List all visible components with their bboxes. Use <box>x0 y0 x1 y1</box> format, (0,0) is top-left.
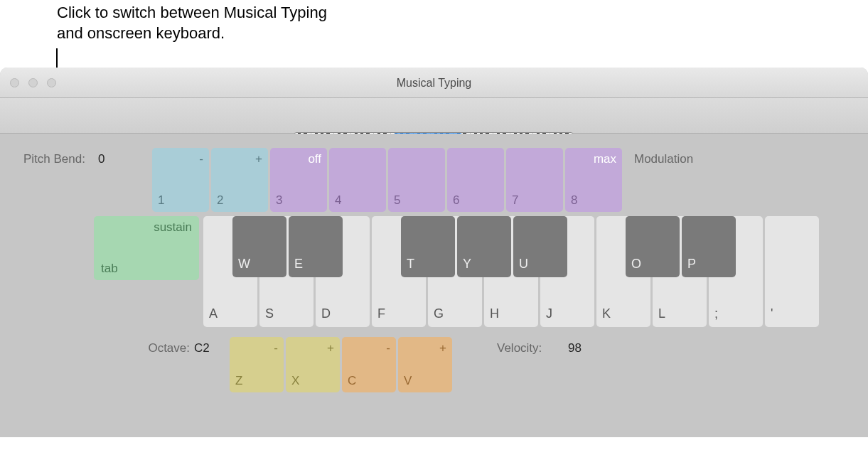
key-top-label: - <box>386 341 390 355</box>
pitch-bend-label: Pitch Bend: <box>23 148 98 166</box>
octave-velocity-row: Octave: C2 -Z+X-C+VVelocity: 98 <box>137 337 582 392</box>
number-key-8[interactable]: max8 <box>565 148 622 212</box>
black-key-y[interactable]: Y <box>457 216 511 277</box>
window-title: Musical Typing <box>0 68 868 98</box>
key-bottom-label: 7 <box>512 193 518 208</box>
modulation-label: Modulation <box>624 148 693 166</box>
black-key-t[interactable]: T <box>401 216 455 277</box>
key-bottom-label: 2 <box>217 193 223 208</box>
key-bottom-label: Z <box>235 374 242 388</box>
tab-label: tab <box>101 262 192 276</box>
zoom-window-button[interactable] <box>47 78 56 87</box>
pitch-bend-row: Pitch Bend: 0 -1+2off34567max8Modulation <box>23 148 693 212</box>
number-key-2[interactable]: +2 <box>211 148 268 212</box>
key-label: ; <box>714 306 718 321</box>
octave-value: C2 <box>194 337 230 355</box>
titlebar: Musical Typing <box>0 68 868 98</box>
key-label: U <box>519 257 528 272</box>
key-label: O <box>631 257 641 272</box>
sustain-key[interactable]: sustain tab <box>94 216 199 280</box>
key-top-label: + <box>255 152 262 166</box>
transpose-key-z[interactable]: -Z <box>230 337 284 392</box>
black-key-u[interactable]: U <box>513 216 567 277</box>
musical-typing-window: Musical Typing ‹ <box>0 68 868 437</box>
body: Pitch Bend: 0 -1+2off34567max8Modulation… <box>0 134 868 437</box>
close-window-button[interactable] <box>10 78 19 87</box>
black-key-w[interactable]: W <box>232 216 286 277</box>
key-label: K <box>602 306 611 321</box>
transpose-key-c[interactable]: -C <box>342 337 396 392</box>
key-bottom-label: C <box>348 374 356 388</box>
pitch-bend-value: 0 <box>98 148 152 166</box>
key-label: Y <box>463 257 471 272</box>
key-top-label: - <box>274 341 278 355</box>
key-bottom-label: X <box>291 374 299 388</box>
minimize-window-button[interactable] <box>28 78 38 87</box>
key-label: H <box>490 306 499 321</box>
black-key-e[interactable]: E <box>289 216 343 277</box>
key-label: T <box>407 257 414 272</box>
window-controls <box>10 78 56 87</box>
key-label: P <box>687 257 696 272</box>
octave-label: Octave: <box>137 337 194 355</box>
key-label: S <box>265 306 274 321</box>
key-bottom-label: 6 <box>453 193 459 208</box>
black-key-p[interactable]: P <box>682 216 736 277</box>
number-key-3[interactable]: off3 <box>270 148 327 212</box>
velocity-label: Velocity: <box>454 337 568 355</box>
key-top-label: - <box>199 152 203 166</box>
key-bottom-label: 4 <box>335 193 341 208</box>
key-top-label: + <box>439 341 446 355</box>
key-label: ' <box>771 306 773 321</box>
key-label: D <box>321 306 331 321</box>
transpose-key-x[interactable]: +X <box>286 337 340 392</box>
black-keys-row: WETYUOP <box>203 216 857 277</box>
key-bottom-label: 8 <box>571 193 577 208</box>
key-top-label: + <box>327 341 334 355</box>
key-label: E <box>294 257 303 272</box>
key-label: G <box>434 306 444 321</box>
key-bottom-label: V <box>404 374 412 388</box>
number-key-7[interactable]: 7 <box>506 148 563 212</box>
number-key-6[interactable]: 6 <box>447 148 504 212</box>
toolbar: ‹ › <box>0 98 868 134</box>
velocity-value: 98 <box>568 337 582 355</box>
sustain-label: sustain <box>154 220 192 235</box>
key-label: J <box>546 306 552 321</box>
key-label: W <box>238 257 250 272</box>
transpose-key-v[interactable]: +V <box>398 337 452 392</box>
key-top-label: max <box>594 152 616 166</box>
key-label: L <box>658 306 665 321</box>
callout-text: Click to switch between Musical Typing a… <box>57 3 341 43</box>
typing-piano: ASDFGHJKL;' WETYUOP <box>203 216 857 327</box>
black-key-o[interactable]: O <box>626 216 680 277</box>
key-label: F <box>377 306 385 321</box>
key-label: A <box>209 306 218 321</box>
number-key-1[interactable]: -1 <box>152 148 209 212</box>
number-key-5[interactable]: 5 <box>388 148 445 212</box>
key-top-label: off <box>308 152 321 166</box>
key-bottom-label: 3 <box>276 193 282 208</box>
key-bottom-label: 1 <box>158 193 164 208</box>
number-key-4[interactable]: 4 <box>329 148 386 212</box>
key-bottom-label: 5 <box>394 193 400 208</box>
